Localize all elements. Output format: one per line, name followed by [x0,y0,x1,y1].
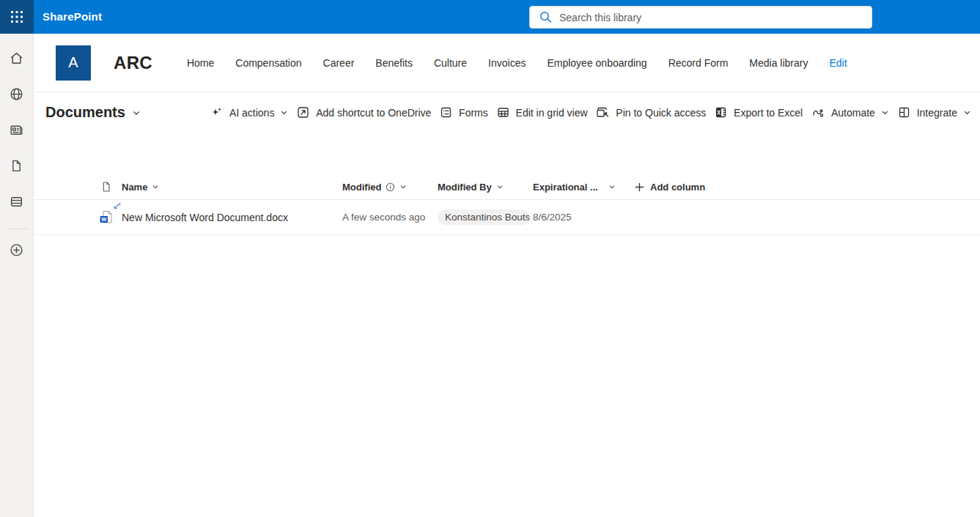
app-launcher-button[interactable] [0,0,34,34]
chevron-down-icon [881,108,889,116]
search-icon [539,11,552,23]
excel-icon [715,106,727,119]
global-nav-rail [0,34,34,517]
pin-quick-access-button[interactable]: Pin to Quick access [596,106,706,119]
action-label: Edit in grid view [516,107,588,119]
sharepoint-brand[interactable]: SharePoint [43,0,102,34]
document-name-link[interactable]: New Microsoft Word Document.docx [122,212,288,223]
chevron-down-icon [608,183,616,190]
main-content: A ARC Home Compensation Career Benefits … [34,34,980,517]
create-icon[interactable] [5,238,29,261]
site-title: ARC [114,53,152,73]
list-header-row: Name Modified Modified By [34,174,980,200]
column-label: Expirational ... [533,182,598,193]
command-bar: Documents AI actions Add shortcut t [34,92,980,133]
ai-actions-button[interactable]: AI actions [210,106,288,119]
integrate-icon [898,106,910,119]
expiration-cell: 8/6/2025 [533,212,635,223]
nav-item-media-library[interactable]: Media library [749,57,808,69]
document-row[interactable]: W New Microsoft Word Document.docx A few… [34,200,980,235]
nav-item-career[interactable]: Career [323,57,355,69]
add-shortcut-onedrive-button[interactable]: Add shortcut to OneDrive [297,106,431,119]
nav-item-benefits[interactable]: Benefits [375,57,413,69]
action-label: Add shortcut to OneDrive [316,107,431,119]
file-icon [100,181,112,193]
app-launcher-icon [11,11,23,23]
rail-divider [6,228,28,229]
search-box[interactable] [529,6,872,29]
nav-item-culture[interactable]: Culture [434,57,467,69]
chevron-down-icon [496,183,504,190]
forms-button[interactable]: Forms [440,106,488,119]
chevron-down-icon [963,108,971,116]
pin-icon [596,106,609,119]
column-header-modified-by[interactable]: Modified By [438,182,533,193]
search-input[interactable] [559,12,864,23]
action-label: Pin to Quick access [616,107,706,119]
automate-button[interactable]: Automate [811,106,889,119]
site-navigation: Home Compensation Career Benefits Cultur… [187,57,847,69]
word-document-icon: W [98,209,114,225]
column-header-name[interactable]: Name [122,182,342,193]
action-label: Forms [459,107,488,119]
chevron-down-icon [132,108,141,117]
column-header-modified[interactable]: Modified [342,182,438,193]
automate-icon [811,106,825,119]
add-shortcut-icon [297,106,309,119]
modified-value: A few seconds ago [342,212,425,223]
action-label: AI actions [229,107,274,119]
svg-text:W: W [101,216,107,223]
column-label: Modified [342,182,381,193]
nav-item-compensation[interactable]: Compensation [235,57,301,69]
command-bar-actions: AI actions Add shortcut to OneDrive [210,106,971,119]
add-column-button[interactable]: Add column [635,182,705,193]
nav-item-edit[interactable]: Edit [829,57,847,69]
nav-item-invoices[interactable]: Invoices [488,57,526,69]
chevron-down-icon [280,108,288,116]
file-type-cell: W [91,209,122,225]
modified-by-cell: Konstantinos Boutsiou [438,209,533,225]
document-list: Name Modified Modified By [34,174,980,235]
plus-icon [635,182,644,192]
action-label: Integrate [917,107,957,119]
name-cell: New Microsoft Word Document.docx [122,212,342,223]
document-icon[interactable] [5,154,29,177]
chevron-down-icon [152,183,159,190]
integrate-button[interactable]: Integrate [898,106,971,119]
ai-sparkle-icon [210,106,223,119]
column-label: Name [122,182,147,193]
forms-icon [440,106,452,119]
home-icon[interactable] [5,46,29,70]
action-label: Automate [831,107,875,119]
library-title: Documents [45,104,125,121]
site-header: A ARC Home Compensation Career Benefits … [34,34,980,92]
nav-item-home[interactable]: Home [187,57,214,69]
add-column-cell: Add column [635,182,980,193]
chevron-down-icon [399,183,407,190]
library-title-dropdown[interactable]: Documents [45,104,141,121]
person-pill[interactable]: Konstantinos Boutsiou [438,209,530,225]
news-icon[interactable] [5,118,29,141]
file-type-column-header[interactable] [91,181,122,193]
suite-top-bar: SharePoint [0,0,980,34]
modified-cell: A few seconds ago [342,212,438,223]
column-header-expirational[interactable]: Expirational ... [533,182,635,193]
edit-grid-view-button[interactable]: Edit in grid view [497,106,588,119]
grid-view-icon [497,106,509,119]
lists-icon[interactable] [5,190,29,213]
nav-item-record-form[interactable]: Record Form [668,57,729,69]
globe-icon[interactable] [5,82,29,105]
column-label: Modified By [438,182,492,193]
export-excel-button[interactable]: Export to Excel [715,106,803,119]
action-label: Export to Excel [734,107,803,119]
expiration-value: 8/6/2025 [533,212,572,223]
add-column-label: Add column [650,182,705,193]
site-logo[interactable]: A [56,45,91,81]
nav-item-employee-onboarding[interactable]: Employee onboarding [547,57,646,69]
info-icon [386,182,395,192]
